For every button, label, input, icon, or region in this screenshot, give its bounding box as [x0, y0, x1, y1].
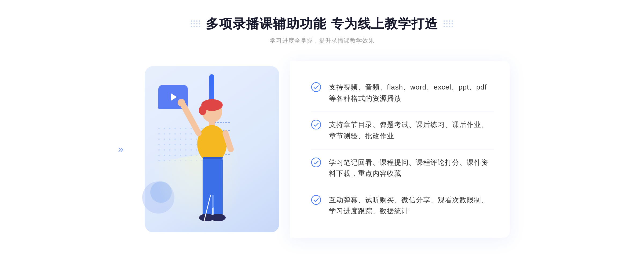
- feature-text-2: 支持章节目录、弹题考试、课后练习、课后作业、章节测验、批改作业: [329, 119, 494, 141]
- title-row: 多项录播课辅助功能 专为线上教学打造: [191, 15, 453, 32]
- main-content: »: [134, 58, 510, 240]
- feature-text-1: 支持视频、音频、flash、word、excel、ppt、pdf等各种格式的资源…: [329, 82, 494, 104]
- check-icon-3: [311, 158, 321, 167]
- check-icon-1: [311, 82, 321, 92]
- svg-point-21: [312, 120, 321, 129]
- feature-text-3: 学习笔记回看、课程提问、课程评论打分、课件资料下载，重点内容收藏: [329, 157, 494, 179]
- svg-rect-15: [214, 187, 223, 216]
- subtitle: 学习进度全掌握，提升录播课教学效果: [270, 37, 375, 45]
- svg-point-11: [178, 99, 185, 106]
- svg-point-7: [199, 106, 206, 115]
- svg-point-22: [312, 158, 321, 167]
- svg-rect-14: [203, 187, 212, 216]
- illustration-area: [134, 58, 290, 240]
- feature-item-3: 学习笔记回看、课程提问、课程评论打分、课件资料下载，重点内容收藏: [311, 150, 494, 187]
- page-container: 多项录播课辅助功能 专为线上教学打造 学习进度全掌握，提升录播课教学效果 »: [0, 5, 644, 256]
- check-icon-4: [311, 195, 321, 205]
- svg-point-20: [312, 83, 321, 92]
- svg-rect-18: [203, 157, 223, 159]
- left-chevrons: »: [118, 144, 123, 154]
- feature-item-2: 支持章节目录、弹题考试、课后练习、课后作业、章节测验、批改作业: [311, 112, 494, 149]
- character-illustration: [161, 98, 247, 232]
- header-section: 多项录播课辅助功能 专为线上教学打造 学习进度全掌握，提升录播课教学效果: [191, 15, 453, 45]
- main-title: 多项录播课辅助功能 专为线上教学打造: [206, 15, 438, 32]
- feature-item-1: 支持视频、音频、flash、word、excel、ppt、pdf等各种格式的资源…: [311, 74, 494, 112]
- svg-point-17: [211, 214, 226, 221]
- chevron-icon: »: [118, 144, 123, 154]
- right-dots: [444, 20, 453, 27]
- svg-line-10: [182, 104, 199, 133]
- check-icon-2: [311, 120, 321, 129]
- feature-item-4: 互动弹幕、试听购买、微信分享、观看次数限制、学习进度跟踪、数据统计: [311, 187, 494, 224]
- svg-point-23: [312, 195, 321, 204]
- features-panel: 支持视频、音频、flash、word、excel、ppt、pdf等各种格式的资源…: [290, 61, 510, 238]
- feature-text-4: 互动弹幕、试听购买、微信分享、观看次数限制、学习进度跟踪、数据统计: [329, 195, 494, 217]
- left-dots: [191, 20, 200, 27]
